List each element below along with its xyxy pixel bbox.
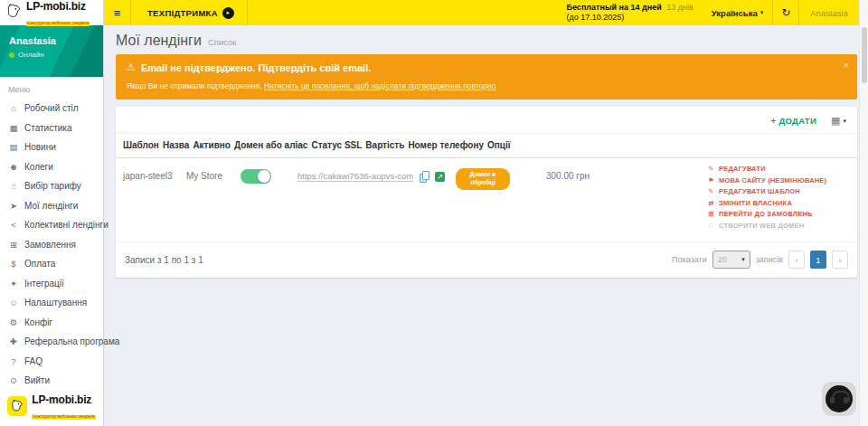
user-plus-icon: ✚: [8, 336, 19, 346]
pagination-next-button[interactable]: ›: [832, 251, 848, 269]
topbar: ≡ ТЕХПІДТРИМКА ▸ Бесплатный на 14 дней 1…: [104, 0, 859, 25]
cell-options: ✎ РЕДАГУВАТИ ⚑ МОВА САЙТУ (НЕЗМІНЮВАНЕ) …: [707, 158, 850, 232]
column-header[interactable]: Вартість: [365, 134, 408, 157]
row-option-link[interactable]: ⊞ ПЕРЕЙТИ ДО ЗАМОВЛЕНЬ: [707, 210, 846, 218]
table-header-row: ШаблонНазваАктивноДомен або аліасСтатус …: [116, 133, 857, 158]
stats-icon: ▦: [8, 123, 19, 133]
copy-icon[interactable]: [420, 171, 429, 182]
headset-icon: [826, 385, 853, 412]
sidebar-item[interactable]: ☻ Колеги: [0, 157, 103, 177]
hamburger-menu-icon[interactable]: ≡: [104, 0, 131, 25]
sidebar-item[interactable]: ? FAQ: [0, 352, 103, 372]
cell-template: japan-steel3: [123, 158, 186, 232]
dog-logo-icon: [5, 3, 23, 24]
active-toggle[interactable]: [241, 169, 271, 184]
magic-icon: ✦: [8, 279, 19, 289]
edit-icon: ✎: [707, 165, 715, 173]
column-header[interactable]: Статус SSL: [311, 134, 365, 157]
language-selector[interactable]: Українська ▾: [703, 0, 772, 25]
support-label: ТЕХПІДТРИМКА: [147, 8, 218, 18]
cell-phone: [611, 158, 707, 232]
news-icon: ▤: [8, 142, 19, 152]
user-icon: ☺: [8, 298, 19, 308]
chevron-down-icon: ▾: [843, 118, 846, 125]
table-footer: Записи з 1 по 1 з 1 Показати 20 ▾ записі…: [116, 242, 857, 278]
share-icon: <: [8, 220, 19, 230]
profile-status: Онлайн: [18, 51, 44, 59]
brand-tagline: Конструктор мобільних лендінгів: [32, 415, 95, 420]
sidebar-item[interactable]: ⌂ Робочий стіл: [0, 99, 103, 118]
pagination-page-1-button[interactable]: 1: [810, 251, 826, 269]
menu-section-label: Меню: [0, 77, 103, 99]
sidebar-menu: ⌂ Робочий стіл ▦ Статистика ▤ Новини ☻ К…: [0, 99, 103, 391]
external-link-icon[interactable]: ↗: [435, 172, 445, 182]
edit-icon: ✎: [707, 187, 715, 195]
resend-confirmation-link[interactable]: Натисніть це посилання, щоб надіслати пі…: [264, 81, 495, 90]
sidebar-item[interactable]: ☝ Вибір тарифу: [0, 176, 103, 196]
ssl-status-badge: Домен в обробці: [456, 168, 510, 190]
row-option-link[interactable]: ✎ РЕДАГУВАТИ ШАБЛОН: [707, 187, 846, 195]
records-label: записів: [756, 255, 783, 264]
pagination-prev-button[interactable]: ‹: [788, 251, 805, 269]
hand-icon: ☝: [8, 181, 19, 191]
question-icon: ?: [8, 356, 19, 366]
sidebar-item[interactable]: ✚ Реферальна програма: [0, 332, 103, 352]
row-option-link[interactable]: ⇄ ЗМІНИТИ ВЛАСНИКА: [707, 199, 846, 207]
rocket-icon: ➤: [8, 201, 19, 211]
column-header[interactable]: Назва: [163, 134, 193, 157]
domain-link[interactable]: https://cakawi7636-aupvs-com-42: [297, 171, 413, 182]
desktop-icon: ⌂: [8, 103, 19, 113]
close-icon[interactable]: ×: [844, 60, 849, 71]
sidebar-item[interactable]: ⚙ Конфіг: [0, 313, 103, 333]
sidebar-footer-logo[interactable]: LP-mobi.biz Конструктор мобільних лендін…: [0, 389, 103, 423]
scrollbar[interactable]: [859, 0, 868, 426]
column-header[interactable]: Шаблон: [123, 134, 163, 157]
sidebar-item[interactable]: ▦ Статистика: [0, 118, 103, 138]
sidebar-item[interactable]: ▤ Новини: [0, 137, 103, 157]
add-button[interactable]: + ДОДАТИ: [771, 116, 816, 126]
row-option-link: □ СТВОРИТИ WEB ДОМЕН: [707, 222, 846, 230]
column-header[interactable]: Опції: [487, 134, 514, 157]
support-chat-button[interactable]: [822, 382, 856, 416]
sidebar-item[interactable]: ✦ Інтеграції: [0, 274, 103, 294]
row-option-link[interactable]: ✎ РЕДАГУВАТИ: [707, 165, 846, 173]
records-info: Записи з 1 по 1 з 1: [125, 255, 203, 265]
chevron-down-icon: ▾: [741, 256, 745, 263]
sidebar-item[interactable]: ☺ Налаштування: [0, 293, 103, 313]
landings-card: + ДОДАТИ ▦ ▾ ШаблонНазваАктивноДомен або…: [116, 107, 857, 278]
dog-logo-icon: [7, 396, 27, 416]
column-header[interactable]: Номер телефону: [408, 134, 487, 157]
chevron-down-icon: ▾: [760, 9, 764, 16]
language-label: Українська: [712, 8, 758, 18]
sidebar-item[interactable]: ⊞ Замовлення: [0, 235, 103, 255]
warning-icon: ⚠: [127, 62, 136, 73]
cart-icon: ⊞: [707, 210, 715, 218]
brand-tagline: Конструктор мобільних лендінгів: [26, 22, 90, 26]
page-subtitle: Список: [208, 37, 237, 47]
sidebar-item[interactable]: ⊙ Вийти: [0, 371, 103, 391]
telegram-icon: ▸: [222, 7, 234, 19]
column-header[interactable]: Активно: [193, 134, 234, 157]
plus-icon: +: [771, 116, 777, 126]
column-header[interactable]: Домен або аліас: [234, 134, 311, 157]
show-label: Показати: [672, 255, 707, 264]
email-alert-banner: ⚠ Email не підтверджено. Підтвердіть сві…: [116, 54, 857, 99]
trial-until: (до 17.10.2025): [567, 13, 693, 23]
refresh-icon[interactable]: ↻: [772, 0, 799, 25]
sidebar-item[interactable]: ➤ Мої лендінги: [0, 196, 103, 216]
sidebar-item[interactable]: < Колективні лендінги: [0, 215, 103, 235]
columns-grid-icon: ▦: [831, 115, 840, 127]
users-icon: ☻: [8, 162, 19, 172]
row-option-link[interactable]: ⚑ МОВА САЙТУ (НЕЗМІНЮВАНЕ): [707, 176, 846, 185]
column-settings-button[interactable]: ▦ ▾: [831, 115, 846, 127]
page-size-select[interactable]: 20 ▾: [712, 251, 750, 269]
dollar-icon: $: [8, 259, 19, 269]
support-link[interactable]: ТЕХПІДТРИМКА ▸: [131, 0, 248, 25]
topbar-username[interactable]: Anastasia: [799, 0, 859, 25]
file-icon: □: [707, 222, 715, 230]
cell-name: My Store: [186, 158, 241, 232]
alert-text: Якщо Ви не отримали підтвердження.: [127, 81, 262, 90]
scrollbar-thumb[interactable]: [862, 27, 867, 83]
sidebar-item[interactable]: $ Оплата: [0, 254, 103, 274]
sidebar-logo[interactable]: LP-mobi.biz Конструктор мобільних лендін…: [0, 0, 103, 25]
